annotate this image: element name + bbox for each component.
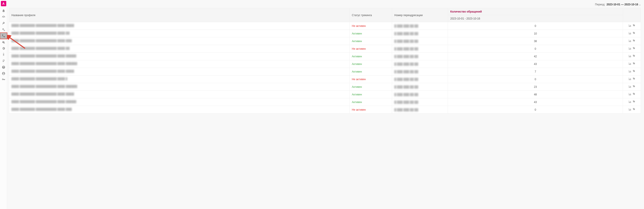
col-actions	[623, 8, 641, 22]
chart-icon	[628, 93, 632, 96]
cell-status: Активен	[350, 91, 392, 98]
row-stats-button[interactable]	[628, 108, 632, 112]
row-tag-button[interactable]	[632, 78, 636, 81]
help-icon	[2, 65, 5, 69]
table-row: ████ ████████ ███████████ ████ ██████Акт…	[9, 60, 641, 68]
cell-profile-name[interactable]: ████ ████████ ███████████ ████ ██████	[9, 30, 350, 37]
cell-profile-name[interactable]: ████ ████████ ███████████ ████ ██████	[9, 106, 350, 114]
sidebar: A	[0, 0, 7, 115]
col-tracking-status[interactable]: Статус трекинга	[350, 8, 392, 22]
nav-calltracking[interactable]	[0, 33, 7, 39]
row-stats-button[interactable]	[628, 32, 632, 35]
row-stats-button[interactable]	[628, 86, 632, 89]
table-row: ████ ████████ ███████████ ████ ██████Акт…	[9, 68, 641, 76]
cell-profile-name[interactable]: ████ ████████ ███████████ ████ ██████	[9, 83, 350, 91]
nav-launch[interactable]	[0, 20, 7, 27]
person-icon	[2, 53, 5, 57]
nav-settings[interactable]	[0, 45, 7, 52]
tag-icon	[632, 70, 636, 73]
nav-billing[interactable]	[0, 58, 7, 64]
row-tag-button[interactable]	[632, 55, 636, 58]
row-tag-button[interactable]	[632, 63, 636, 66]
cell-profile-name[interactable]: ████ ████████ ███████████ ████ ██████	[9, 60, 350, 68]
cell-count: 0	[448, 76, 623, 83]
col-profile-name[interactable]: Название профиля	[9, 8, 350, 22]
col-request-count[interactable]: Количество обращений	[448, 8, 623, 15]
cell-profile-name[interactable]: ████ ████████ ███████████ ████ ██████	[9, 68, 350, 76]
row-tag-button[interactable]	[632, 25, 636, 28]
cell-redirect-number: █ ███ ███ ██ ██	[392, 98, 448, 106]
table-row: ████ ████████ ███████████ ████ ██████Не …	[9, 106, 641, 114]
cell-status: Активен	[350, 30, 392, 37]
main-content: Период: 2023-10-01 — 2023-10-16 Название…	[7, 0, 644, 115]
row-stats-button[interactable]	[628, 55, 632, 58]
nav-account[interactable]	[0, 70, 7, 77]
row-tag-button[interactable]	[632, 101, 636, 104]
cell-count: 38	[448, 37, 623, 45]
top-bar: Период: 2023-10-01 — 2023-10-16	[9, 2, 641, 7]
row-tag-button[interactable]	[632, 70, 636, 74]
cell-actions	[623, 76, 641, 83]
tools-icon	[2, 40, 5, 44]
cell-count: 7	[448, 68, 623, 76]
cell-count: 0	[448, 45, 623, 53]
row-stats-button[interactable]	[628, 70, 632, 74]
app-logo[interactable]: A	[1, 1, 6, 6]
tag-icon	[632, 108, 636, 111]
row-stats-button[interactable]	[628, 63, 632, 66]
cell-actions	[623, 30, 641, 37]
tag-icon	[632, 54, 636, 58]
chart-icon	[628, 108, 632, 111]
nav-notifications[interactable]	[0, 8, 7, 14]
cell-count: 23	[448, 83, 623, 91]
period-picker[interactable]: 2023-10-01 — 2023-10-16	[607, 3, 641, 6]
cell-count: 42	[448, 53, 623, 60]
cell-status: Активен	[350, 60, 392, 68]
nav-api[interactable]	[0, 77, 7, 83]
cell-status: Активен	[350, 53, 392, 60]
row-stats-button[interactable]	[628, 78, 632, 81]
cell-redirect-number: █ ███ ███ ██ ██	[392, 68, 448, 76]
cell-status: Не активен	[350, 22, 392, 30]
nav-automation[interactable]	[0, 27, 7, 33]
table-row: ████ ████████ ███████████ ████ ██████Акт…	[9, 91, 641, 98]
cell-redirect-number: █ ███ ███ ██ ██	[392, 60, 448, 68]
cell-profile-name[interactable]: ████ ████████ ███████████ ████ ██████	[9, 37, 350, 45]
nav-accessibility[interactable]	[0, 52, 7, 58]
cell-status: Активен	[350, 37, 392, 45]
row-stats-button[interactable]	[628, 48, 632, 51]
row-tag-button[interactable]	[632, 32, 636, 35]
row-stats-button[interactable]	[628, 40, 632, 43]
cell-profile-name[interactable]: ████ ████████ ███████████ ████ ██████	[9, 98, 350, 106]
cell-redirect-number: █ ███ ███ ██ ██	[392, 37, 448, 45]
row-tag-button[interactable]	[632, 108, 636, 112]
cell-count: 43	[448, 98, 623, 106]
cell-actions	[623, 60, 641, 68]
gears-icon	[2, 28, 5, 31]
col-redirect-number[interactable]: Номер переадресации	[392, 8, 448, 22]
tag-icon	[632, 100, 636, 103]
nav-tools[interactable]	[0, 39, 7, 45]
chart-icon	[628, 24, 632, 27]
cell-profile-name[interactable]: ████ ████████ ███████████ ████ ██████	[9, 53, 350, 60]
row-stats-button[interactable]	[628, 93, 632, 96]
cell-status: Активен	[350, 68, 392, 76]
row-tag-button[interactable]	[632, 86, 636, 89]
row-stats-button[interactable]	[628, 101, 632, 104]
table-row: ████ ████████ ███████████ ████ ██████Акт…	[9, 37, 641, 45]
user-circle-icon	[2, 72, 5, 75]
cell-profile-name[interactable]: ████ ████████ ███████████ ████ ██████	[9, 91, 350, 98]
table-row: ████ ████████ ███████████ ████ ██████Не …	[9, 45, 641, 53]
row-tag-button[interactable]	[632, 40, 636, 43]
row-stats-button[interactable]	[628, 25, 632, 28]
chart-icon	[628, 39, 632, 42]
nav-help[interactable]	[0, 64, 7, 70]
cell-profile-name[interactable]: ████ ████████ ███████████ ████ ██████	[9, 22, 350, 30]
bell-icon	[2, 9, 5, 13]
row-tag-button[interactable]	[632, 48, 636, 51]
cell-profile-name[interactable]: ████ ████████ ███████████ ████ ██████	[9, 76, 350, 83]
tag-icon	[632, 24, 636, 27]
cell-profile-name[interactable]: ████ ████████ ███████████ ████ ██████	[9, 45, 350, 53]
nav-dashboard[interactable]	[0, 14, 7, 20]
row-tag-button[interactable]	[632, 93, 636, 96]
